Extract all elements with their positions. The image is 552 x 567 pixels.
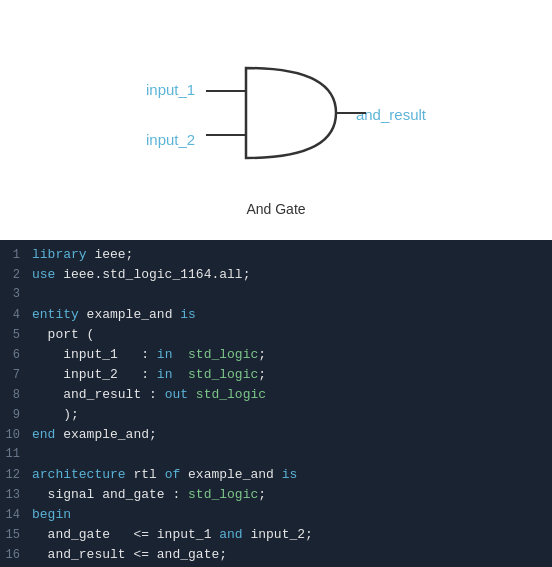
line-number: 15: [0, 528, 32, 542]
code-line: 6 input_1 : in std_logic;: [0, 346, 552, 366]
line-number: 16: [0, 548, 32, 562]
code-line: 10end example_and;: [0, 426, 552, 446]
code-line: 4entity example_and is: [0, 306, 552, 326]
code-content: library ieee;: [32, 247, 133, 262]
code-section: 1library ieee;2use ieee.std_logic_1164.a…: [0, 240, 552, 567]
code-content: and_result <= and_gate;: [32, 547, 227, 562]
code-content: begin: [32, 507, 71, 522]
and-gate-svg: [206, 53, 386, 173]
gate-container: input_1 input_2 and_result: [116, 33, 436, 193]
input2-label: input_2: [146, 131, 195, 148]
code-content: port (: [32, 327, 94, 342]
code-line: 14begin: [0, 506, 552, 526]
line-number: 12: [0, 468, 32, 482]
line-number: 9: [0, 408, 32, 422]
code-line: 7 input_2 : in std_logic;: [0, 366, 552, 386]
line-number: 4: [0, 308, 32, 322]
code-content: entity example_and is: [32, 307, 196, 322]
code-line: 11: [0, 446, 552, 466]
code-line: 13 signal and_gate : std_logic;: [0, 486, 552, 506]
code-content: signal and_gate : std_logic;: [32, 487, 266, 502]
code-line: 5 port (: [0, 326, 552, 346]
line-number: 13: [0, 488, 32, 502]
code-content: and_result : out std_logic: [32, 387, 266, 402]
diagram-section: input_1 input_2 and_result And Gate: [0, 0, 552, 240]
line-number: 8: [0, 388, 32, 402]
code-content: );: [32, 407, 79, 422]
line-number: 7: [0, 368, 32, 382]
code-line: 12architecture rtl of example_and is: [0, 466, 552, 486]
line-number: 2: [0, 268, 32, 282]
code-line: 1library ieee;: [0, 246, 552, 266]
code-content: input_2 : in std_logic;: [32, 367, 266, 382]
code-content: and_gate <= input_1 and input_2;: [32, 527, 313, 542]
code-content: architecture rtl of example_and is: [32, 467, 297, 482]
line-number: 1: [0, 248, 32, 262]
code-line: 3: [0, 286, 552, 306]
input1-label: input_1: [146, 81, 195, 98]
code-line: 2use ieee.std_logic_1164.all;: [0, 266, 552, 286]
code-content: input_1 : in std_logic;: [32, 347, 266, 362]
code-line: 16 and_result <= and_gate;: [0, 546, 552, 566]
line-number: 3: [0, 287, 32, 301]
code-content: end example_and;: [32, 427, 157, 442]
line-number: 10: [0, 428, 32, 442]
code-content: use ieee.std_logic_1164.all;: [32, 267, 250, 282]
code-line: 9 );: [0, 406, 552, 426]
line-number: 11: [0, 447, 32, 461]
code-line: 15 and_gate <= input_1 and input_2;: [0, 526, 552, 546]
line-number: 5: [0, 328, 32, 342]
code-line: 8 and_result : out std_logic: [0, 386, 552, 406]
line-number: 6: [0, 348, 32, 362]
line-number: 14: [0, 508, 32, 522]
gate-title: And Gate: [246, 201, 305, 217]
